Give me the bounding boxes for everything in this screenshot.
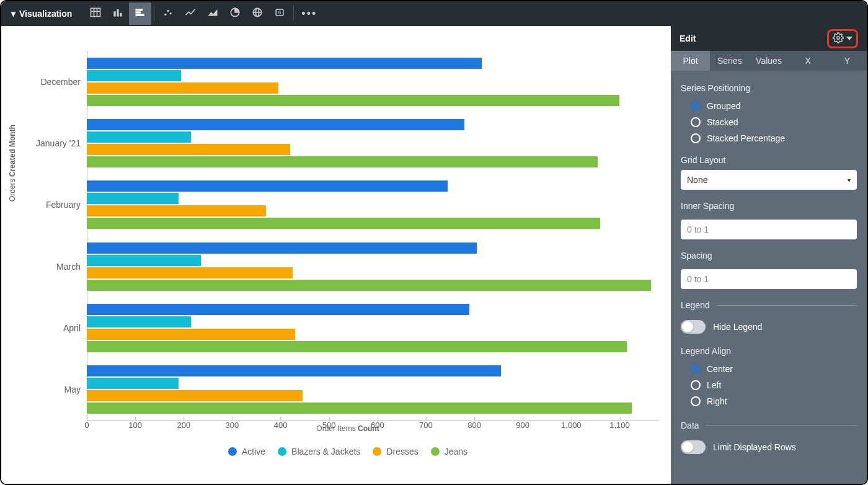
legend-align-option-right[interactable]: Right bbox=[681, 393, 857, 409]
x-axis-ticks: 01002003004005006007008009001,0001,100 bbox=[87, 420, 658, 437]
tab-plot[interactable]: Plot bbox=[671, 51, 710, 71]
bar-active[interactable] bbox=[87, 365, 501, 376]
legend-align-option-label: Left bbox=[707, 380, 721, 390]
area-chart-icon-button[interactable] bbox=[202, 2, 224, 25]
category-label: May bbox=[24, 385, 81, 394]
map-icon-button[interactable] bbox=[246, 2, 268, 25]
svg-rect-8 bbox=[136, 11, 141, 13]
map-icon bbox=[251, 6, 264, 21]
gear-icon bbox=[833, 32, 844, 45]
visualization-section-toggle[interactable]: ▾ Visualization bbox=[6, 6, 77, 21]
line-chart-icon-button[interactable] bbox=[179, 2, 202, 25]
svg-rect-6 bbox=[120, 13, 122, 17]
svg-rect-7 bbox=[136, 9, 143, 11]
single-value-icon-button[interactable]: 6 bbox=[268, 2, 291, 25]
bar-active[interactable] bbox=[87, 119, 464, 130]
tab-x[interactable]: X bbox=[789, 51, 828, 71]
legend-item[interactable]: Dresses bbox=[373, 447, 418, 456]
bar-active[interactable] bbox=[87, 242, 477, 254]
svg-text:6: 6 bbox=[278, 9, 281, 16]
series-positioning-option-stacked[interactable]: Stacked bbox=[681, 114, 857, 130]
bar-dresses[interactable] bbox=[87, 329, 295, 340]
bar-active[interactable] bbox=[87, 180, 448, 192]
legend-item[interactable]: Jeans bbox=[431, 447, 467, 456]
radio-icon bbox=[691, 101, 701, 111]
app-frame: ▾ Visualization 6 ••• Orders Created Mon… bbox=[0, 0, 868, 485]
bar-dresses[interactable] bbox=[87, 267, 293, 278]
legend-swatch-icon bbox=[431, 447, 440, 456]
settings-gear-button[interactable] bbox=[827, 29, 858, 48]
column-chart-icon-button[interactable] bbox=[107, 2, 129, 25]
select-caret-icon: ▾ bbox=[848, 177, 851, 184]
toolbar: ▾ Visualization 6 ••• bbox=[1, 1, 867, 26]
radio-icon bbox=[691, 364, 701, 374]
tab-y[interactable]: Y bbox=[828, 51, 867, 71]
limit-rows-label: Limit Displayed Rows bbox=[713, 442, 796, 452]
svg-point-12 bbox=[170, 12, 172, 14]
svg-point-10 bbox=[164, 14, 166, 16]
bar-dresses[interactable] bbox=[87, 390, 303, 401]
legend-swatch-icon bbox=[278, 447, 286, 456]
spacing-input[interactable] bbox=[681, 269, 857, 289]
bar-blazers-jackets[interactable] bbox=[87, 193, 179, 204]
edit-body: Series Positioning GroupedStackedStacked… bbox=[671, 71, 867, 484]
more-vis-types-icon[interactable]: ••• bbox=[299, 7, 319, 20]
radio-icon bbox=[691, 117, 701, 127]
category-group: February bbox=[87, 174, 658, 236]
legend-item[interactable]: Active bbox=[228, 447, 265, 456]
inner-spacing-input[interactable] bbox=[681, 220, 857, 239]
svg-point-11 bbox=[167, 10, 169, 12]
limit-rows-toggle[interactable] bbox=[681, 440, 706, 454]
legend-swatch-icon bbox=[228, 447, 237, 456]
svg-rect-9 bbox=[136, 14, 144, 16]
bar-dresses[interactable] bbox=[87, 205, 266, 216]
grid-layout-select[interactable]: None ▾ bbox=[681, 170, 857, 190]
pie-chart-icon-button[interactable] bbox=[224, 2, 246, 25]
table-icon-button[interactable] bbox=[84, 2, 107, 25]
series-positioning-option-grouped[interactable]: Grouped bbox=[681, 98, 857, 114]
legend-label: Jeans bbox=[445, 447, 467, 456]
legend-item[interactable]: Blazers & Jackets bbox=[278, 447, 360, 456]
tab-values[interactable]: Values bbox=[749, 51, 788, 71]
legend-align-option-label: Center bbox=[707, 364, 733, 374]
bar-jeans[interactable] bbox=[87, 156, 598, 167]
bar-blazers-jackets[interactable] bbox=[87, 316, 191, 327]
bar-jeans[interactable] bbox=[87, 218, 600, 229]
bar-jeans[interactable] bbox=[87, 280, 651, 291]
bar-jeans[interactable] bbox=[87, 403, 632, 414]
x-tick: 300 bbox=[226, 420, 239, 430]
scatter-chart-icon-button[interactable] bbox=[157, 2, 179, 25]
bar-jeans[interactable] bbox=[87, 341, 627, 352]
category-group: April bbox=[87, 297, 658, 358]
bar-chart-icon-button[interactable] bbox=[129, 2, 151, 25]
series-positioning-option-label: Stacked bbox=[707, 117, 738, 127]
category-group: May bbox=[87, 359, 658, 420]
svg-point-19 bbox=[837, 36, 840, 39]
inner-spacing-label: Inner Spacing bbox=[681, 201, 857, 211]
legend-align-option-left[interactable]: Left bbox=[681, 377, 857, 393]
bar-jeans[interactable] bbox=[87, 95, 619, 106]
bar-blazers-jackets[interactable] bbox=[87, 255, 201, 266]
x-tick: 900 bbox=[516, 420, 529, 430]
bar-blazers-jackets[interactable] bbox=[87, 378, 179, 389]
x-tick: 700 bbox=[419, 420, 433, 430]
bar-dresses[interactable] bbox=[87, 144, 290, 155]
bar-blazers-jackets[interactable] bbox=[87, 131, 191, 143]
bar-blazers-jackets[interactable] bbox=[87, 70, 181, 81]
category-label: December bbox=[24, 77, 81, 87]
bar-active[interactable] bbox=[87, 304, 469, 315]
x-tick: 500 bbox=[322, 420, 336, 430]
hide-legend-toggle[interactable] bbox=[681, 320, 706, 334]
vis-type-buttons: 6 bbox=[84, 2, 296, 25]
bar-dresses[interactable] bbox=[87, 82, 278, 94]
legend-swatch-icon bbox=[373, 447, 381, 456]
bar-chart-icon bbox=[134, 6, 146, 21]
single-value-icon: 6 bbox=[273, 6, 286, 21]
bar-active[interactable] bbox=[87, 58, 482, 69]
legend-align-option-center[interactable]: Center bbox=[681, 361, 857, 377]
series-positioning-option-stacked-percentage[interactable]: Stacked Percentage bbox=[681, 130, 857, 146]
chart-legend: ActiveBlazers & JacketsDressesJeans bbox=[31, 447, 665, 459]
category-label: April bbox=[24, 323, 81, 333]
tab-series[interactable]: Series bbox=[710, 51, 749, 71]
hide-legend-label: Hide Legend bbox=[713, 322, 762, 332]
